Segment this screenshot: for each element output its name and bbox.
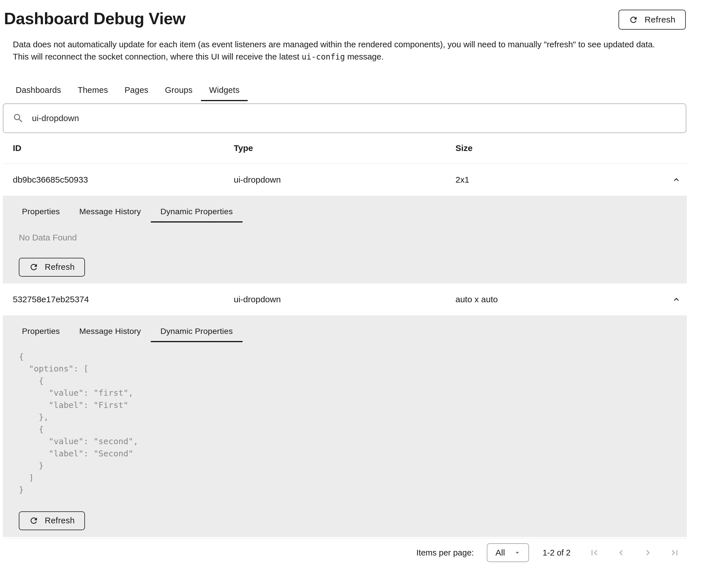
first-page-icon: [589, 547, 600, 558]
cell-type: ui-dropdown: [224, 295, 446, 304]
description: Data does not automatically update for e…: [13, 38, 687, 63]
previous-page-button[interactable]: [615, 547, 627, 558]
empty-state-text: No Data Found: [19, 233, 671, 243]
items-per-page-select[interactable]: All: [487, 543, 529, 562]
refresh-button[interactable]: Refresh: [19, 511, 85, 530]
tab-dynamic-properties[interactable]: Dynamic Properties: [151, 321, 243, 342]
chevron-right-icon: [642, 547, 653, 558]
refresh-button-label: Refresh: [644, 15, 676, 24]
next-page-button[interactable]: [642, 547, 653, 558]
tab-properties[interactable]: Properties: [12, 321, 69, 342]
row-detail-panel: Properties Message History Dynamic Prope…: [3, 196, 687, 283]
items-per-page-value: All: [495, 548, 505, 558]
refresh-button-label: Refresh: [45, 516, 75, 525]
table-row[interactable]: db9bc36685c50933 ui-dropdown 2x1: [3, 164, 687, 196]
cell-size: 2x1: [446, 175, 653, 185]
paginator: Items per page: All 1-2 of 2: [3, 538, 687, 567]
column-header-type: Type: [224, 143, 446, 153]
tab-pages[interactable]: Pages: [116, 79, 157, 101]
page-title: Dashboard Debug View: [4, 9, 687, 28]
collapse-row-button[interactable]: [671, 175, 681, 185]
cell-type: ui-dropdown: [224, 175, 446, 185]
tab-message-history[interactable]: Message History: [69, 321, 151, 342]
cell-id: db9bc36685c50933: [3, 175, 224, 185]
tab-message-history[interactable]: Message History: [69, 201, 151, 222]
first-page-button[interactable]: [589, 547, 600, 558]
last-page-icon: [669, 547, 680, 558]
chevron-left-icon: [615, 547, 627, 558]
tab-widgets[interactable]: Widgets: [201, 79, 248, 101]
description-line-1: Data does not automatically update for e…: [13, 38, 687, 51]
detail-tab-bar: Properties Message History Dynamic Prope…: [12, 321, 671, 342]
tab-themes[interactable]: Themes: [69, 79, 116, 101]
refresh-icon: [29, 516, 39, 525]
refresh-button[interactable]: Refresh: [19, 258, 85, 277]
table-header-row: ID Type Size: [3, 133, 687, 164]
page-container: Dashboard Debug View Refresh Data does n…: [3, 0, 687, 567]
tab-properties[interactable]: Properties: [12, 201, 69, 222]
json-content: { "options": [ { "value": "first", "labe…: [19, 351, 671, 496]
items-per-page-label: Items per page:: [416, 548, 474, 558]
cell-size: auto x auto: [446, 295, 653, 304]
search-input[interactable]: [32, 113, 677, 123]
column-header-id: ID: [3, 143, 224, 153]
search-box: [3, 104, 686, 133]
refresh-icon: [29, 262, 39, 272]
refresh-button-label: Refresh: [45, 262, 75, 272]
tab-dashboards[interactable]: Dashboards: [7, 79, 69, 101]
chevron-up-icon: [671, 175, 681, 185]
description-line-2: This will reconnect the socket connectio…: [13, 51, 687, 63]
inline-code: ui-config: [302, 52, 345, 62]
main-tab-bar: Dashboards Themes Pages Groups Widgets: [7, 79, 687, 101]
row-detail-panel: Properties Message History Dynamic Prope…: [3, 315, 687, 537]
collapse-row-button[interactable]: [671, 295, 681, 304]
search-icon: [12, 113, 24, 124]
tab-dynamic-properties[interactable]: Dynamic Properties: [151, 201, 243, 222]
chevron-up-icon: [671, 295, 681, 304]
table-row[interactable]: 532758e17eb25374 ui-dropdown auto x auto: [3, 283, 687, 315]
tab-groups[interactable]: Groups: [157, 79, 201, 101]
page-range-label: 1-2 of 2: [543, 548, 571, 558]
cell-id: 532758e17eb25374: [3, 295, 224, 304]
refresh-icon: [629, 15, 638, 24]
column-header-size: Size: [446, 143, 653, 153]
refresh-button[interactable]: Refresh: [619, 10, 686, 29]
detail-tab-bar: Properties Message History Dynamic Prope…: [12, 201, 671, 222]
last-page-button[interactable]: [669, 547, 680, 558]
dropdown-arrow-icon: [513, 548, 522, 557]
